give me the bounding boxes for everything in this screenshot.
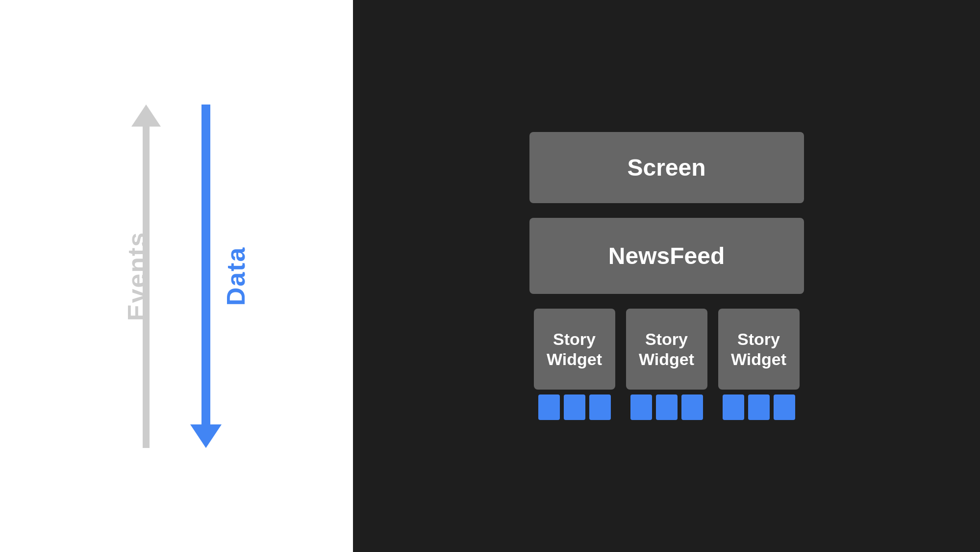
blue-items-row-3 [723, 394, 795, 420]
blue-items-row-2 [630, 394, 703, 420]
blue-item-1-3 [589, 394, 611, 420]
newsfeed-label: NewsFeed [608, 242, 725, 269]
data-label: Data [222, 246, 251, 306]
right-panel: Screen NewsFeed StoryWidget [353, 0, 980, 552]
events-label: Events [122, 231, 151, 321]
story-widget-column-1: StoryWidget [534, 309, 615, 420]
data-arrow-head [190, 424, 222, 448]
story-widget-label-1: StoryWidget [547, 329, 602, 369]
blue-item-3-1 [723, 394, 744, 420]
blue-item-2-1 [630, 394, 652, 420]
blue-items-row-1 [538, 394, 611, 420]
newsfeed-box: NewsFeed [529, 218, 804, 294]
blue-item-2-3 [681, 394, 703, 420]
story-widget-box-1: StoryWidget [534, 309, 615, 390]
data-arrow: Data [190, 105, 222, 448]
story-widget-column-3: StoryWidget [718, 309, 800, 420]
story-widget-column-2: StoryWidget [626, 309, 707, 420]
blue-item-3-3 [774, 394, 795, 420]
arrows-container: Events Data [131, 105, 222, 448]
blue-item-3-2 [748, 394, 770, 420]
story-widget-box-3: StoryWidget [718, 309, 800, 390]
blue-item-1-1 [538, 394, 560, 420]
screen-box: Screen [529, 132, 804, 203]
screen-label: Screen [627, 154, 705, 181]
events-arrow: Events [131, 105, 161, 448]
data-arrow-line [201, 105, 210, 424]
story-widget-label-3: StoryWidget [731, 329, 786, 369]
story-widget-label-2: StoryWidget [639, 329, 694, 369]
blue-item-2-2 [656, 394, 678, 420]
diagram-container: Screen NewsFeed StoryWidget [529, 132, 804, 420]
story-widgets-row: StoryWidget StoryWidget [534, 309, 800, 420]
story-widget-box-2: StoryWidget [626, 309, 707, 390]
events-arrow-head [131, 105, 161, 127]
blue-item-1-2 [564, 394, 585, 420]
left-panel: Events Data [0, 0, 353, 552]
